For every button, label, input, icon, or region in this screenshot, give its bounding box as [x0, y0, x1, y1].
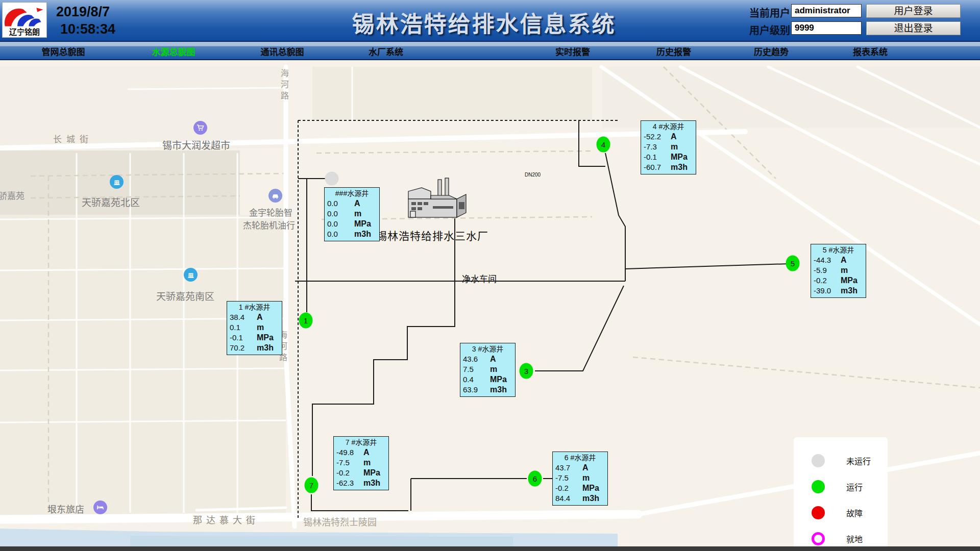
well-measurement-row: 0.0A — [327, 198, 377, 209]
legend-item: 运行 — [794, 473, 888, 499]
well-measurement-row: -0.2MPa — [555, 483, 605, 493]
well-measurement-row: 38.4A — [230, 312, 279, 322]
bed-icon — [93, 500, 107, 514]
legend-dot-icon — [812, 454, 825, 467]
well-measurement-row: -5.9m — [814, 265, 863, 276]
poi-label-hotel: 垠东旅店 — [47, 502, 84, 515]
legend-dot-icon — [812, 506, 825, 519]
well-box: 7 #水源井-49.8A-7.5m-0.2MPa-62.3m3h — [333, 436, 389, 490]
legend-label: 就地 — [846, 533, 863, 545]
well-measurement-row: -49.8A — [336, 447, 386, 458]
well-measurement-row: -60.7m3h — [644, 162, 693, 172]
well-measurement-row: 7.5m — [463, 364, 512, 374]
building-icon-south — [184, 268, 198, 282]
poi-label-estate-north: 天骄嘉苑北区 — [82, 195, 140, 209]
well-box: 3 #水源井43.6A7.5m0.4MPa63.9m3h — [460, 343, 516, 397]
well-box: ###水源井0.0A0.0m0.0MPa0.0m3h — [324, 187, 380, 241]
workshop-label: 净水车间 — [462, 272, 497, 285]
well-measurement-row: -44.3A — [814, 255, 863, 265]
well-marker-idle[interactable] — [325, 172, 339, 186]
well-measurement-row: -0.1MPa — [230, 333, 279, 343]
pipe-diameter-label: DN200 — [525, 172, 541, 178]
nav-item-6[interactable]: 历史报警 — [656, 46, 691, 60]
well-measurement-row: -7.5m — [555, 473, 605, 483]
logo-text: 辽宁铭朗 — [3, 28, 46, 36]
car-icon — [268, 189, 282, 203]
nav-item-5[interactable]: 实时报警 — [555, 46, 590, 60]
well-box-title: 1 #水源井 — [230, 302, 279, 312]
current-time: 10:58:34 — [56, 20, 115, 38]
well-marker-1[interactable]: 1 — [299, 313, 313, 329]
well-box-title: 7 #水源井 — [336, 437, 386, 447]
well-measurement-row: -39.0m3h — [814, 286, 863, 296]
nav-item-2[interactable]: 水源总貌图 — [152, 46, 195, 60]
nav-item-4[interactable]: 水厂系统 — [369, 46, 403, 60]
well-measurement-row: -62.3m3h — [336, 478, 386, 488]
logout-button[interactable]: 退出登录 — [866, 21, 961, 35]
well-box-title: 4 #水源井 — [644, 121, 693, 132]
legend-dot-icon — [812, 480, 825, 493]
poi-label-cemetery: 锡林浩特烈士陵园 — [303, 515, 377, 528]
road-label-haihe-top: 海河路 — [278, 69, 290, 103]
poi-label-tire-shop-2: 杰轮胎机油行 — [243, 218, 295, 231]
well-measurement-row: -52.2A — [644, 132, 693, 142]
well-box: 4 #水源井-52.2A-7.3m-0.1MPa-60.7m3h — [641, 120, 696, 174]
legend-label: 故障 — [846, 507, 863, 519]
well-measurement-row: -0.1MPa — [644, 152, 693, 162]
nav-item-7[interactable]: 历史趋势 — [754, 46, 789, 60]
well-measurement-row: 43.6A — [463, 354, 512, 364]
well-measurement-row: 0.1m — [230, 322, 279, 333]
nav-item-1[interactable]: 管网总貌图 — [42, 46, 85, 60]
nav-item-8[interactable]: 报表系统 — [853, 46, 888, 60]
well-box: 1 #水源井38.4A0.1m-0.1MPa70.2m3h — [227, 301, 282, 355]
well-measurement-row: 0.0m3h — [327, 229, 377, 239]
building-icon-north — [110, 175, 124, 189]
current-user-input[interactable] — [791, 4, 862, 17]
map-canvas: 长城街 锡市大润发超市 天骄嘉苑 天骄嘉苑北区 金宇轮胎智 杰轮胎机油行 天骄嘉… — [0, 61, 980, 551]
clock: 2019/8/7 10:58:34 — [56, 3, 115, 38]
plant-title: 锡林浩特给排水三水厂 — [376, 228, 488, 243]
logo-swoosh-icon — [3, 4, 46, 28]
user-level-label: 用户级别 — [749, 22, 790, 37]
well-box-title: ###水源井 — [327, 188, 377, 198]
well-box-title: 5 #水源井 — [814, 245, 863, 255]
well-marker-4[interactable]: 4 — [597, 137, 610, 153]
legend-ring-icon — [812, 532, 825, 545]
status-legend: 未运行运行故障就地 — [794, 437, 888, 551]
poi-label-estate-south: 天骄嘉苑南区 — [156, 289, 214, 303]
well-measurement-row: 0.0m — [327, 209, 377, 219]
well-measurement-row: -0.2MPa — [814, 276, 863, 286]
well-box: 6 #水源井43.7A-7.5m-0.2MPa84.4m3h — [552, 452, 608, 506]
main-nav: 管网总貌图水源总貌图通讯总貌图水厂系统实时报警历史报警历史趋势报表系统 — [0, 42, 980, 60]
well-marker-7[interactable]: 7 — [305, 478, 318, 493]
well-marker-6[interactable]: 6 — [528, 471, 542, 487]
well-measurement-row: -0.2MPa — [336, 468, 386, 478]
legend-item: 故障 — [794, 499, 888, 525]
window-bottom-edge — [0, 546, 980, 551]
well-box-title: 3 #水源井 — [463, 344, 512, 354]
current-date: 2019/8/7 — [56, 3, 115, 20]
header-bar: 辽宁铭朗 2019/8/7 10:58:34 锡林浩特给排水信息系统 当前用户 … — [0, 0, 980, 42]
poi-label-estate: 天骄嘉苑 — [0, 189, 24, 202]
user-level-input[interactable] — [791, 21, 862, 35]
well-measurement-row: 0.0MPa — [327, 219, 377, 229]
legend-label: 未运行 — [846, 455, 871, 467]
poi-label-tire-shop-1: 金宇轮胎智 — [249, 206, 292, 218]
well-box: 5 #水源井-44.3A-5.9m-0.2MPa-39.0m3h — [811, 244, 866, 298]
well-marker-3[interactable]: 3 — [520, 363, 533, 379]
well-marker-5[interactable]: 5 — [786, 256, 800, 271]
shopping-cart-icon — [193, 121, 207, 135]
well-measurement-row: 70.2m3h — [230, 343, 279, 353]
well-measurement-row: -7.3m — [644, 142, 693, 152]
legend-label: 运行 — [846, 481, 863, 493]
well-measurement-row: 43.7A — [555, 463, 605, 473]
legend-item: 未运行 — [794, 447, 888, 473]
page-title: 锡林浩特给排水信息系统 — [352, 6, 616, 39]
nav-item-3[interactable]: 通讯总貌图 — [261, 46, 304, 60]
login-button[interactable]: 用户登录 — [866, 4, 961, 18]
well-measurement-row: 84.4m3h — [555, 493, 605, 504]
company-logo: 辽宁铭朗 — [2, 2, 47, 38]
well-measurement-row: 0.4MPa — [463, 374, 512, 385]
well-measurement-row: 63.9m3h — [463, 385, 512, 395]
street-label-nadamu: 那达慕大街 — [193, 513, 259, 526]
